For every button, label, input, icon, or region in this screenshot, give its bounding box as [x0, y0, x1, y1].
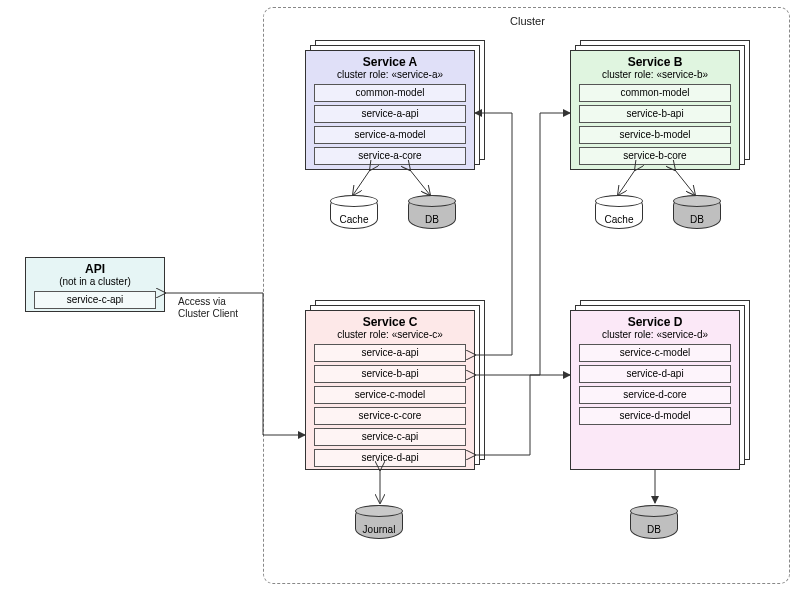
service-d-db-label: DB: [631, 524, 677, 535]
service-c-mod: service-c-api: [314, 428, 466, 446]
service-a-title: Service A: [306, 51, 474, 69]
service-c-mod: service-a-api: [314, 344, 466, 362]
service-b-db-label: DB: [674, 214, 720, 225]
service-c-node: Service C cluster role: «service-c» serv…: [305, 300, 475, 470]
service-c-journal-label: Journal: [356, 524, 402, 535]
service-a-cache-label: Cache: [331, 214, 377, 225]
service-c-mod: service-c-core: [314, 407, 466, 425]
service-d-node: Service D cluster role: «service-d» serv…: [570, 300, 740, 470]
db-icon: DB: [630, 505, 678, 539]
service-d-title: Service D: [571, 311, 739, 329]
service-b-subtitle: cluster role: «service-b»: [571, 69, 739, 80]
service-b-cache-label: Cache: [596, 214, 642, 225]
service-d-subtitle: cluster role: «service-d»: [571, 329, 739, 340]
db-icon: DB: [673, 195, 721, 229]
service-a-mod: service-a-model: [314, 126, 466, 144]
service-c-title: Service C: [306, 311, 474, 329]
api-title: API: [26, 258, 164, 276]
api-mod: service-c-api: [34, 291, 156, 309]
service-d-mod: service-d-core: [579, 386, 731, 404]
service-b-mod: service-b-api: [579, 105, 731, 123]
journal-icon: Journal: [355, 505, 403, 539]
service-a-subtitle: cluster role: «service-a»: [306, 69, 474, 80]
cache-icon: Cache: [595, 195, 643, 229]
cluster-label: Cluster: [510, 15, 545, 27]
api-node: API (not in a cluster) service-c-api: [25, 247, 165, 312]
db-icon: DB: [408, 195, 456, 229]
service-b-title: Service B: [571, 51, 739, 69]
service-d-mod: service-c-model: [579, 344, 731, 362]
service-b-mod: service-b-core: [579, 147, 731, 165]
service-b-mod: service-b-model: [579, 126, 731, 144]
service-c-mod: service-b-api: [314, 365, 466, 383]
service-d-mod: service-d-model: [579, 407, 731, 425]
cache-icon: Cache: [330, 195, 378, 229]
access-label: Access via Cluster Client: [178, 296, 238, 320]
service-b-mod: common-model: [579, 84, 731, 102]
api-subtitle: (not in a cluster): [26, 276, 164, 287]
service-a-mod: service-a-api: [314, 105, 466, 123]
service-a-mod: common-model: [314, 84, 466, 102]
service-b-node: Service B cluster role: «service-b» comm…: [570, 40, 740, 170]
service-d-mod: service-d-api: [579, 365, 731, 383]
service-c-subtitle: cluster role: «service-c»: [306, 329, 474, 340]
diagram-canvas: Cluster API (not in a cluster) service-c…: [0, 0, 800, 590]
service-a-db-label: DB: [409, 214, 455, 225]
service-a-node: Service A cluster role: «service-a» comm…: [305, 40, 475, 170]
service-a-mod: service-a-core: [314, 147, 466, 165]
service-c-mod: service-c-model: [314, 386, 466, 404]
service-c-mod: service-d-api: [314, 449, 466, 467]
